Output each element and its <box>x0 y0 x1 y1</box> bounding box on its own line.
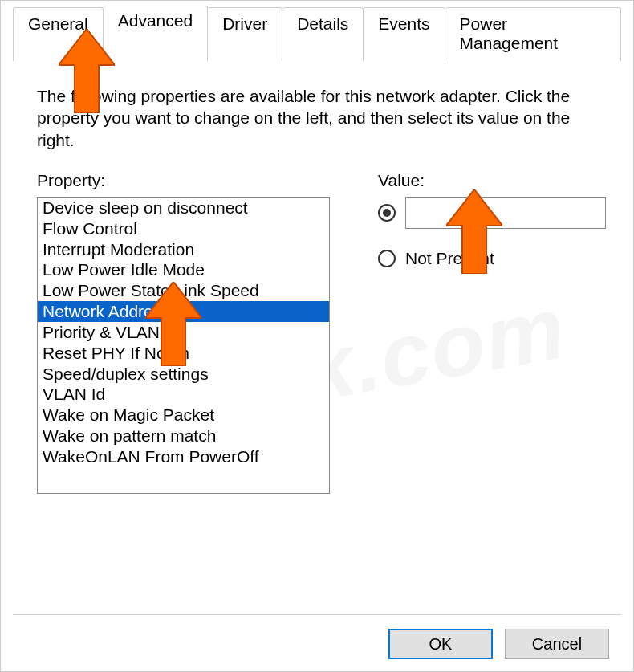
value-radio-row <box>378 197 606 229</box>
list-item[interactable]: Wake on Magic Packet <box>38 405 329 426</box>
tab-power-management[interactable]: Power Management <box>445 7 621 61</box>
list-item[interactable]: Wake on pattern match <box>38 426 329 446</box>
list-item[interactable]: Device sleep on disconnect <box>38 198 329 218</box>
tab-strip: General Advanced Driver Details Events P… <box>1 1 633 61</box>
radio-value[interactable] <box>378 204 396 222</box>
button-separator <box>13 614 621 615</box>
not-present-label: Not Present <box>405 249 494 268</box>
tab-driver[interactable]: Driver <box>208 7 282 61</box>
property-label: Property: <box>37 171 330 190</box>
value-input[interactable] <box>405 197 606 229</box>
radio-not-present[interactable] <box>378 250 396 267</box>
not-present-radio-row: Not Present <box>378 249 606 268</box>
list-item[interactable]: Low Power Idle Mode <box>38 259 329 280</box>
description-text: The following properties are available f… <box>37 85 583 151</box>
list-item[interactable]: Interrupt Moderation <box>38 239 329 260</box>
tab-general[interactable]: General <box>13 7 104 61</box>
list-item[interactable]: WakeOnLAN From PowerOff <box>38 446 329 467</box>
tab-events[interactable]: Events <box>364 7 445 61</box>
ok-button[interactable]: OK <box>388 629 493 659</box>
list-item-selected[interactable]: Network Address <box>38 301 329 322</box>
list-item[interactable]: Priority & VLAN <box>38 322 329 343</box>
tab-details[interactable]: Details <box>282 7 364 61</box>
list-item[interactable]: Speed/duplex settings <box>38 364 329 385</box>
value-label: Value: <box>378 171 606 190</box>
dialog-buttons: OK Cancel <box>388 629 609 659</box>
properties-dialog: PCrisk.com General Advanced Driver Detai… <box>0 0 634 672</box>
tab-content: The following properties are available f… <box>1 61 633 510</box>
cancel-button[interactable]: Cancel <box>505 629 609 659</box>
tab-advanced[interactable]: Advanced <box>104 6 208 61</box>
list-item[interactable]: Low Power State Link Speed <box>38 280 329 301</box>
list-item[interactable]: Reset PHY If Not In <box>38 343 329 364</box>
list-item[interactable]: VLAN Id <box>38 384 329 405</box>
list-item[interactable]: Flow Control <box>38 218 329 239</box>
property-listbox[interactable]: Device sleep on disconnect Flow Control … <box>37 197 330 494</box>
